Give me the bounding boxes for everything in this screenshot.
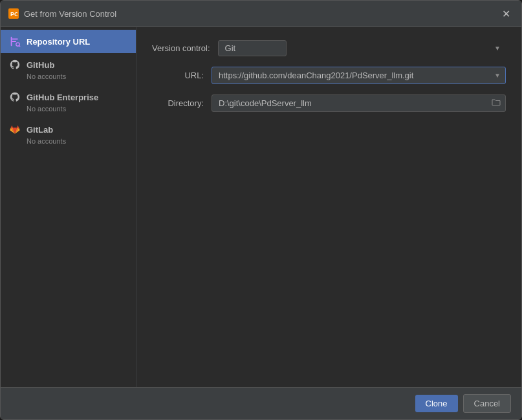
sidebar-item-gitlab-label: GitLab xyxy=(27,125,53,135)
bottom-bar: Clone Cancel xyxy=(1,387,521,419)
sidebar-item-repository-url-label: Repository URL xyxy=(27,37,90,47)
github-icon xyxy=(8,58,21,71)
directory-row: Directory: xyxy=(152,94,506,112)
url-input[interactable] xyxy=(212,67,506,84)
version-control-select-wrapper: Git Mercurial Subversion ▼ xyxy=(218,40,506,56)
repo-icon xyxy=(8,35,21,48)
sidebar-item-github[interactable]: GitHub No accounts xyxy=(1,53,136,85)
clone-button[interactable]: Clone xyxy=(415,395,458,412)
url-dropdown-button[interactable]: ▼ xyxy=(492,71,503,80)
sidebar-item-header-github: GitHub xyxy=(8,58,128,71)
folder-icon[interactable] xyxy=(489,96,503,110)
sidebar-item-gitlab[interactable]: GitLab No accounts xyxy=(1,118,136,150)
sidebar-item-github-enterprise-label: GitHub Enterprise xyxy=(27,93,98,102)
sidebar-item-github-label: GitHub xyxy=(27,60,54,70)
sidebar-item-header-gitlab: GitLab xyxy=(8,123,128,136)
chevron-down-icon: ▼ xyxy=(494,45,501,52)
version-control-select[interactable]: Git Mercurial Subversion xyxy=(218,40,287,56)
directory-input[interactable] xyxy=(212,94,506,112)
url-row: URL: ▼ xyxy=(152,67,506,84)
sidebar-item-github-enterprise[interactable]: GitHub Enterprise No accounts xyxy=(1,85,136,118)
main-content: Repository URL GitHub No accounts xyxy=(1,27,521,387)
sidebar-item-header: Repository URL xyxy=(8,35,128,48)
url-label: URL: xyxy=(152,71,204,80)
sidebar: Repository URL GitHub No accounts xyxy=(1,27,136,387)
version-control-row: Version control: Git Mercurial Subversio… xyxy=(152,40,506,56)
svg-line-4 xyxy=(19,45,20,47)
github-enterprise-icon xyxy=(8,91,21,104)
sidebar-item-header-github-enterprise: GitHub Enterprise xyxy=(8,91,128,104)
sidebar-item-github-enterprise-sub: No accounts xyxy=(8,105,128,113)
title-bar: PC Get from Version Control ✕ xyxy=(1,1,521,27)
sidebar-item-gitlab-sub: No accounts xyxy=(8,137,128,145)
close-button[interactable]: ✕ xyxy=(498,6,514,21)
version-control-label: Version control: xyxy=(152,43,210,53)
sidebar-item-github-sub: No accounts xyxy=(8,72,128,80)
gitlab-icon xyxy=(8,123,21,136)
cancel-button[interactable]: Cancel xyxy=(463,394,511,413)
sidebar-item-repository-url[interactable]: Repository URL xyxy=(1,30,136,53)
svg-text:PC: PC xyxy=(10,11,17,17)
url-input-wrapper: ▼ xyxy=(212,67,506,84)
directory-label: Directory: xyxy=(152,98,204,108)
dialog-title: Get from Version Control xyxy=(24,9,116,19)
svg-rect-2 xyxy=(11,37,12,46)
pc-logo-icon: PC xyxy=(8,8,19,19)
right-panel: Version control: Git Mercurial Subversio… xyxy=(136,27,521,387)
dialog: PC Get from Version Control ✕ xyxy=(0,0,522,420)
title-bar-left: PC Get from Version Control xyxy=(8,8,116,19)
directory-input-wrapper xyxy=(212,94,506,112)
